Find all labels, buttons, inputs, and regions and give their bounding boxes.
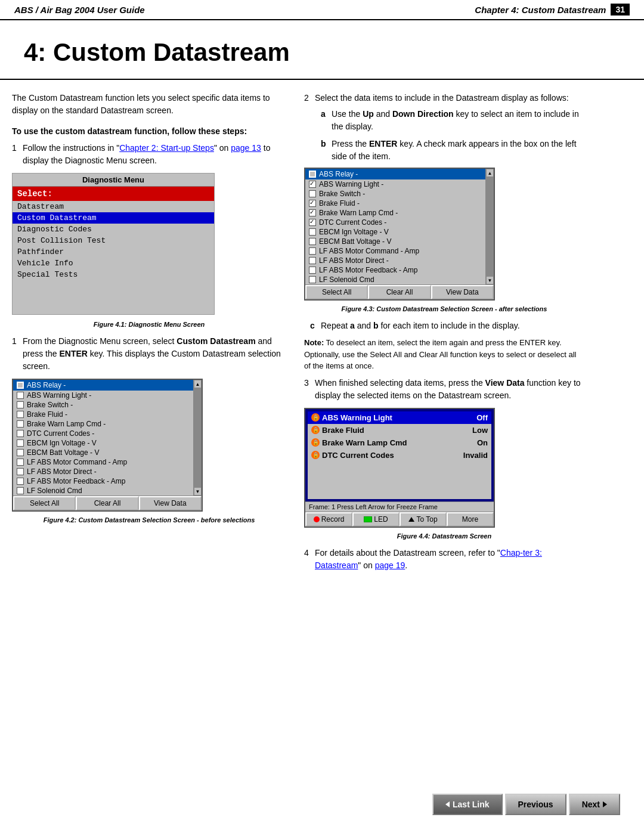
sel-item-before-8: LF ABS Motor Command - Amp: [13, 457, 193, 467]
fig3-caption: Figure 4.3: Custom Datastream Selection …: [304, 305, 584, 312]
diag-item-custom-datastream[interactable]: Custom Datastream: [13, 212, 214, 224]
sel-item-after-8: LF ABS Motor Command - Amp: [305, 246, 485, 256]
step1-link-page[interactable]: page 13: [231, 143, 261, 153]
step3-num: 3: [304, 377, 309, 389]
next-arrow-icon: [603, 801, 607, 807]
to-top-button[interactable]: To Top: [400, 512, 447, 527]
chk-before-7: [17, 449, 24, 456]
selection-screen-before: ABS Relay - ABS Warning Light - Brake Sw…: [12, 379, 203, 512]
last-link-button[interactable]: Last Link: [432, 794, 502, 815]
record-label: Record: [321, 515, 345, 524]
select-all-button-before[interactable]: Select All: [13, 496, 76, 510]
chk-after-6: [309, 228, 316, 236]
scrollbar-up-before[interactable]: ▲: [194, 380, 202, 388]
next-button[interactable]: Next: [569, 794, 620, 815]
ds-row-2-label-group: 🔒 Brake Fluid: [311, 426, 364, 435]
previous-button[interactable]: Previous: [505, 794, 566, 815]
chk-before-6: [17, 439, 24, 447]
chk-before-2: [17, 401, 24, 408]
diag-item-diagnostic-codes[interactable]: Diagnostic Codes: [13, 224, 214, 235]
scrollbar-down-after[interactable]: ▼: [486, 276, 494, 284]
clear-all-button-before[interactable]: Clear All: [76, 496, 138, 510]
diag-item-empty-1: [13, 280, 214, 292]
sel-buttons-before: Select All Clear All View Data: [13, 496, 202, 510]
sub-label-b: b: [321, 138, 326, 150]
ds-value-1: Off: [476, 413, 488, 422]
ds-buttons: Record LED To Top More: [305, 512, 494, 527]
record-icon: [314, 516, 320, 522]
page-header: ABS / Air Bag 2004 User Guide Chapter 4:…: [0, 0, 644, 20]
main-content: The Custom Datastream function lets you …: [0, 92, 644, 572]
sel-screen-body-before: ABS Relay - ABS Warning Light - Brake Sw…: [13, 380, 202, 496]
diag-item-empty-3: [13, 303, 214, 314]
record-button[interactable]: Record: [305, 512, 352, 527]
fig1-caption: Figure 4.1: Diagnostic Menu Screen: [12, 321, 286, 328]
diag-item-special-tests[interactable]: Special Tests: [13, 269, 214, 280]
ds-label-1: ABS Warning Light: [322, 413, 392, 422]
selection-screen-after: ABS Relay - ABS Warning Light - Brake Sw…: [304, 168, 495, 301]
step-item-right-2: 2 Select the data items to include in th…: [304, 92, 584, 163]
sel-item-before-7: EBCM Batt Voltage - V: [13, 448, 193, 457]
ds-row-3: 🔒 Brake Warn Lamp Cmd On: [308, 436, 491, 449]
diag-item-vehicle-info[interactable]: Vehicle Info: [13, 258, 214, 269]
step-list-right: 2 Select the data items to include in th…: [304, 92, 584, 163]
more-button[interactable]: More: [447, 512, 494, 527]
chk-before-9: [17, 468, 24, 475]
clear-all-button-after[interactable]: Clear All: [368, 285, 431, 299]
ds-row-empty-3: [308, 487, 491, 499]
step-list-left: 1 Follow the instructions in "Chapter 2:…: [12, 142, 286, 167]
sel-items-col-before: ABS Relay - ABS Warning Light - Brake Sw…: [13, 380, 193, 496]
previous-label: Previous: [518, 800, 553, 809]
scrollbar-before: ▲ ▼: [193, 380, 202, 496]
diagnostic-menu-screen: Diagnostic Menu Select: Datastream Custo…: [12, 173, 215, 315]
sel-item-before-4: Brake Warn Lamp Cmd -: [13, 419, 193, 429]
diag-item-post-collision[interactable]: Post Collision Test: [13, 235, 214, 246]
step1-link-chapter[interactable]: Chapter 2: Start-up Steps: [119, 143, 214, 153]
ds-label-2: Brake Fluid: [322, 426, 364, 435]
view-data-button-after[interactable]: View Data: [431, 285, 494, 299]
view-data-button-before[interactable]: View Data: [139, 496, 202, 510]
scrollbar-down-before[interactable]: ▼: [194, 487, 202, 496]
chk-after-8: [309, 247, 316, 255]
sel-item-after-9: LF ABS Motor Direct -: [305, 256, 485, 265]
fig4-caption: Figure 4.4: Datastream Screen: [304, 532, 584, 540]
led-button[interactable]: LED: [352, 512, 400, 527]
ds-data-area: 🔒 ABS Warning Light Off 🔒 Brake Fluid Lo…: [305, 409, 494, 501]
diag-select-label: Select:: [13, 187, 214, 201]
last-link-arrow-icon: [445, 801, 450, 807]
diag-item-pathfinder[interactable]: Pathfinder: [13, 246, 214, 258]
chk-after-4: [309, 209, 316, 216]
chapter-title: 4: Custom Datastream: [0, 20, 644, 80]
step-num-1: 1: [12, 142, 17, 154]
chk-before-3: [17, 411, 24, 418]
sub-item-a: a Use the Up and Down Direction key to s…: [315, 108, 584, 133]
led-label: LED: [374, 515, 388, 524]
diag-item-datastream[interactable]: Datastream: [13, 201, 214, 212]
scrollbar-after: ▲ ▼: [485, 169, 494, 284]
step1-text-on: " on: [214, 143, 231, 153]
step1-main-text: 1 From the Diagnostic Menu screen, selec…: [12, 335, 286, 373]
select-all-button-after[interactable]: Select All: [305, 285, 368, 299]
ds-row-empty-1: [308, 462, 491, 474]
header-title-left: ABS / Air Bag 2004 User Guide: [14, 5, 145, 15]
ds-icon-4: 🔒: [311, 451, 320, 459]
to-top-label: To Top: [416, 515, 437, 524]
sel-buttons-after: Select All Clear All View Data: [305, 284, 494, 299]
step4-link-chapter[interactable]: Chap-ter 3: Datastream: [315, 548, 542, 570]
scrollbar-up-after[interactable]: ▲: [486, 169, 494, 177]
step4-link-page[interactable]: page 19: [375, 561, 405, 570]
step2-text: Select the data items to include in the …: [315, 93, 569, 103]
step1-main-num: 1: [12, 335, 17, 348]
sel-item-after-3: Brake Fluid -: [305, 199, 485, 208]
ds-label-3: Brake Warn Lamp Cmd: [322, 438, 407, 447]
led-icon: [364, 516, 372, 522]
note-text: Note: To deselect an item, select the it…: [304, 337, 584, 372]
sel-item-before-1: ABS Warning Light -: [13, 391, 193, 400]
bottom-navigation: Last Link Previous Next: [432, 794, 620, 815]
chk-before-8: [17, 459, 24, 466]
chk-after-7: [309, 238, 316, 245]
sel-header-checkbox-after: [309, 171, 316, 178]
ds-status-bar: Frame: 1 Press Left Arrow for Freeze Fra…: [305, 501, 494, 512]
sel-item-before-5: DTC Current Codes -: [13, 429, 193, 438]
sel-header-label-after: ABS Relay -: [319, 170, 358, 178]
